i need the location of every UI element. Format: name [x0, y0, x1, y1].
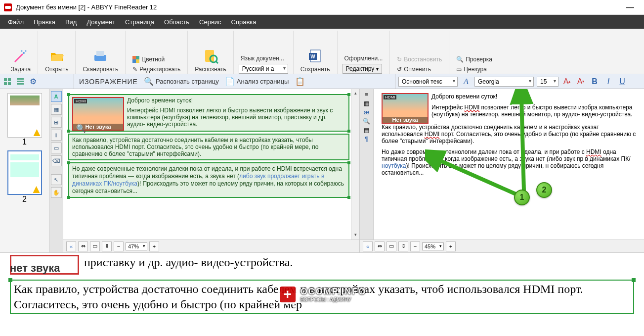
- image-pane[interactable]: HDMI Нет звука Доброго времени суток! Ин…: [63, 89, 360, 252]
- menu-page[interactable]: Страница: [120, 17, 159, 27]
- doclang-dropdown[interactable]: Русский и а: [239, 64, 288, 74]
- svg-rect-4: [96, 51, 104, 56]
- fit-page-button[interactable]: ▭: [90, 241, 100, 251]
- text-region-2[interactable]: Как правило, устройства достаточно соеди…: [68, 134, 349, 160]
- menu-view[interactable]: Вид: [60, 17, 82, 27]
- recognize-label: Распознать: [195, 66, 226, 73]
- collapse-arrow-icon[interactable]: «: [66, 241, 76, 251]
- svg-rect-6: [136, 56, 139, 59]
- check-button[interactable]: 🔍Проверка: [454, 55, 494, 64]
- undo-button[interactable]: ↺Отменить: [395, 65, 433, 74]
- menu-file[interactable]: Файл: [3, 17, 29, 27]
- ribbon: Задача Открыть Сканировать Цветной ✎Реда…: [0, 29, 644, 74]
- wand-icon: [13, 48, 29, 64]
- barcode-area-tool[interactable]: ⦀: [51, 130, 62, 141]
- zoom-in-button[interactable]: +: [446, 241, 456, 251]
- bold-button[interactable]: B: [589, 76, 600, 87]
- fit-width-button[interactable]: ⇔: [375, 241, 385, 251]
- underline-button[interactable]: U: [617, 76, 628, 87]
- image-scrollbar[interactable]: ▴ ▾: [351, 89, 359, 252]
- page-options-button[interactable]: 📋: [295, 76, 305, 87]
- redo-icon: ↻: [397, 56, 402, 63]
- svg-point-1: [25, 50, 27, 52]
- app-icon: [4, 3, 12, 11]
- menu-help[interactable]: Справка: [226, 17, 261, 27]
- select-area-tool[interactable]: ▭: [51, 143, 62, 153]
- open-button[interactable]: Открыть: [43, 47, 70, 74]
- zoom-out-button[interactable]: −: [114, 241, 124, 251]
- view-settings-button[interactable]: ⚙: [28, 76, 39, 87]
- fit-height-button[interactable]: ⇕: [102, 241, 112, 251]
- text-view-button[interactable]: ≡: [365, 91, 368, 98]
- zoom-dropdown[interactable]: 45%: [422, 242, 444, 250]
- chars-button[interactable]: æ: [364, 109, 369, 116]
- text-region-3[interactable]: Но даже современные технологии далеки по…: [68, 162, 349, 198]
- scan-button[interactable]: Сканировать: [81, 47, 120, 74]
- undo-label: Отменить: [404, 66, 431, 73]
- font-shrink-button[interactable]: A▾: [575, 76, 586, 87]
- plus-icon: +: [278, 285, 298, 304]
- save-button[interactable]: W Сохранить: [299, 47, 332, 74]
- picture-view-button[interactable]: ▦: [364, 100, 369, 107]
- task-button[interactable]: Задача: [9, 47, 33, 74]
- menu-document[interactable]: Документ: [82, 17, 120, 27]
- annotation-arrows: [425, 89, 549, 203]
- view-thumbnails-button[interactable]: [2, 76, 13, 87]
- style-dropdown[interactable]: Основной текс: [398, 77, 458, 87]
- hand-tool[interactable]: ✋: [51, 187, 62, 198]
- menu-area[interactable]: Область: [159, 17, 194, 27]
- check-label: Проверка: [466, 56, 492, 63]
- svg-text:W: W: [310, 54, 315, 59]
- text-region-1[interactable]: HDMI Нет звука Доброго времени суток! Ин…: [68, 94, 349, 132]
- edit-image-button[interactable]: ✎Редактировать: [130, 65, 182, 74]
- callout-1: 1: [514, 190, 530, 205]
- font-dropdown[interactable]: Georgia: [474, 77, 534, 87]
- text-area-tool[interactable]: A: [51, 91, 62, 102]
- warning-icon: [33, 186, 40, 193]
- highlight-button[interactable]: ▤: [364, 127, 369, 134]
- minimize-button[interactable]: —: [620, 2, 640, 12]
- analyze-page-button[interactable]: 📄 Анализ страницы: [225, 77, 289, 86]
- find-button[interactable]: 🔍: [363, 118, 370, 125]
- watermark: + OCOMP.INFO ВОПРОСЫ : АДМИНУ: [278, 285, 367, 304]
- menu-edit[interactable]: Правка: [29, 17, 60, 27]
- font-format-icon[interactable]: A: [461, 76, 472, 87]
- pointer-tool[interactable]: ↖: [51, 174, 62, 185]
- color-mode-button[interactable]: Цветной: [130, 55, 182, 64]
- svg-rect-18: [17, 78, 24, 80]
- italic-button[interactable]: I: [603, 76, 614, 87]
- word-icon: W: [307, 48, 323, 64]
- view-list-button[interactable]: [15, 76, 26, 87]
- restore-button[interactable]: ↻Восстановить: [395, 55, 444, 64]
- table-area-tool[interactable]: ⊞: [51, 117, 62, 128]
- undo-icon: ↺: [397, 66, 402, 73]
- thumbnail-2-label: 2: [22, 195, 27, 204]
- zoom-in-button[interactable]: +: [149, 241, 159, 251]
- collapse-arrow-icon[interactable]: «: [363, 241, 373, 251]
- thumbnail-1-label: 1: [22, 138, 27, 146]
- zoom-preview-pane: нет звука приставку и др. аудио- видео-у…: [0, 252, 644, 336]
- fit-page-button[interactable]: ▭: [386, 241, 396, 251]
- fit-height-button[interactable]: ⇕: [398, 241, 408, 251]
- recognize-page-button[interactable]: 🔍 Распознать страницу: [144, 77, 219, 86]
- image-pane-title: ИЗОБРАЖЕНИЕ: [79, 78, 138, 86]
- recognize-button[interactable]: Распознать: [193, 47, 228, 74]
- censor-icon: ▭: [456, 66, 462, 73]
- layout-dropdown[interactable]: Редактиру▾: [343, 64, 383, 74]
- picture-area-tool[interactable]: ▦: [51, 104, 62, 115]
- font-grow-button[interactable]: A▴: [561, 76, 572, 87]
- thumbnail-page-2[interactable]: [7, 150, 42, 195]
- eraser-tool[interactable]: ⌫: [51, 155, 62, 166]
- menu-service[interactable]: Сервис: [194, 17, 226, 27]
- pilcrow-button[interactable]: ¶: [365, 136, 368, 143]
- svg-point-2: [21, 50, 23, 52]
- zoom-dropdown[interactable]: 47%: [126, 242, 147, 250]
- zoom-out-button[interactable]: −: [410, 241, 420, 251]
- thumbnail-page-1[interactable]: [7, 93, 42, 138]
- svg-rect-8: [136, 59, 139, 63]
- fit-width-button[interactable]: ⇔: [78, 241, 88, 251]
- censor-button[interactable]: ▭Цензура: [454, 65, 489, 74]
- svg-rect-17: [8, 82, 11, 85]
- font-size-dropdown[interactable]: 15: [537, 77, 558, 87]
- hdmi-image-large: нет звука: [10, 255, 79, 275]
